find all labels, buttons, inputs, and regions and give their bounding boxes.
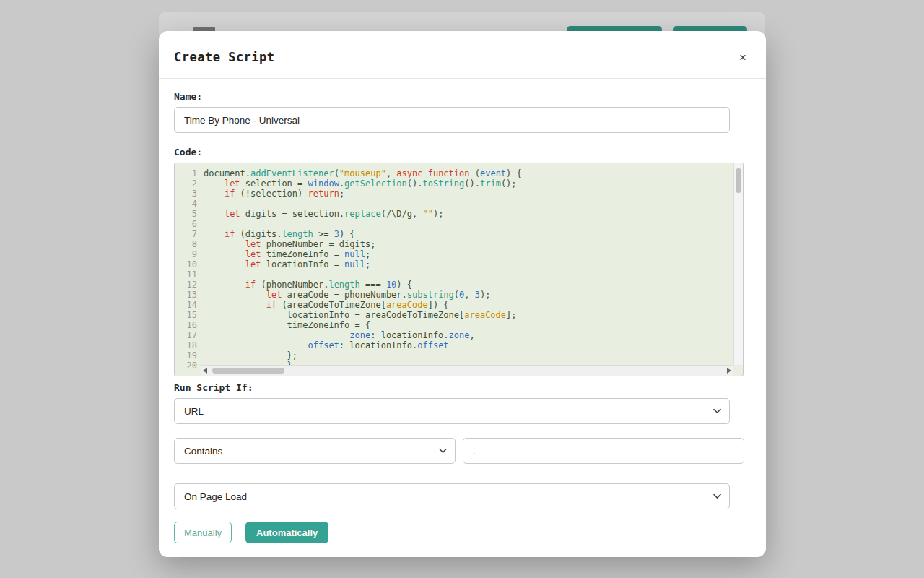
code-line: 4 xyxy=(175,199,743,209)
line-number: 12 xyxy=(175,280,204,290)
code-token: : locationInfo. xyxy=(370,330,448,340)
code-token: let xyxy=(245,249,261,259)
code-token: areaCode = phoneNumber. xyxy=(282,290,406,300)
code-token: ) { xyxy=(339,229,355,239)
code-text: if (!selection) return; xyxy=(204,189,344,199)
code-token: ); xyxy=(433,209,443,219)
code-token: (!selection) xyxy=(235,189,308,199)
code-token: window xyxy=(308,178,339,189)
modal-title: Create Script xyxy=(174,50,275,64)
code-text: let digits = selection.replace(/\D/g, ""… xyxy=(204,209,443,219)
code-token: 3 xyxy=(475,290,480,300)
code-token: , xyxy=(464,290,474,300)
code-token: zone xyxy=(349,330,370,340)
code-token: "" xyxy=(422,209,432,219)
code-editor[interactable]: 1document.addEventListener("mouseup", as… xyxy=(174,163,744,376)
condition-value-input[interactable] xyxy=(463,438,744,464)
modal-header: Create Script × xyxy=(159,31,766,79)
code-token xyxy=(204,189,225,199)
code-token xyxy=(204,229,225,239)
code-text: if (phoneNumber.length === 10) { xyxy=(204,280,412,290)
scroll-left-arrow-icon[interactable] xyxy=(203,368,207,374)
horizontal-scrollbar[interactable] xyxy=(201,365,733,376)
code-token xyxy=(204,239,245,249)
trigger-select[interactable]: On Page Load xyxy=(174,483,730,509)
condition-select[interactable]: Contains xyxy=(174,438,456,464)
name-input[interactable] xyxy=(174,107,730,133)
line-number: 5 xyxy=(175,209,204,219)
code-token: getSelection xyxy=(344,178,407,189)
code-token xyxy=(204,300,266,310)
code-line: 14 if (areaCodeToTimeZone[areaCode]) { xyxy=(175,300,743,310)
code-token xyxy=(204,209,225,219)
condition-row: Contains xyxy=(174,438,751,464)
vertical-scrollbar[interactable] xyxy=(733,163,743,365)
code-text: let timeZoneInfo = null; xyxy=(204,249,370,259)
code-token: ; xyxy=(339,189,344,199)
code-token: return xyxy=(308,189,339,199)
code-token: ]; xyxy=(506,310,516,320)
code-token: phoneNumber = digits; xyxy=(261,239,375,249)
url-target-select[interactable]: URL xyxy=(174,398,730,424)
code-token xyxy=(204,330,349,340)
code-token: ( xyxy=(334,168,339,178)
code-token xyxy=(204,340,308,350)
line-number: 11 xyxy=(175,269,204,280)
vertical-scrollbar-thumb[interactable] xyxy=(736,168,741,193)
scroll-right-arrow-icon[interactable] xyxy=(727,368,731,374)
code-token: areaCode xyxy=(386,300,428,310)
action-buttons: Manually Automatically xyxy=(174,522,751,543)
code-token: : locationInfo. xyxy=(339,340,417,350)
code-token: >= xyxy=(313,229,334,239)
code-token: ( xyxy=(454,290,459,300)
horizontal-scrollbar-thumb[interactable] xyxy=(212,368,284,374)
code-line: 1document.addEventListener("mouseup", as… xyxy=(175,168,743,178)
code-token: ( xyxy=(470,168,480,178)
code-token xyxy=(204,280,245,290)
line-number: 19 xyxy=(175,350,204,361)
code-token: let xyxy=(266,290,282,300)
code-label: Code: xyxy=(174,147,751,158)
code-token: (/\D/g, xyxy=(381,209,423,219)
chevron-down-icon xyxy=(713,494,721,499)
code-token: zone xyxy=(449,330,470,340)
code-line: 11 xyxy=(175,269,743,280)
chevron-down-icon xyxy=(713,409,721,414)
code-token: let xyxy=(225,209,240,219)
code-token: async function xyxy=(396,168,469,178)
code-line: 17 zone: locationInfo.zone, xyxy=(175,330,743,340)
code-token xyxy=(204,178,225,189)
code-text: if (digits.length >= 3) { xyxy=(204,229,355,239)
line-number: 6 xyxy=(175,219,204,229)
manually-button[interactable]: Manually xyxy=(174,522,232,543)
code-token: ]) { xyxy=(428,300,449,310)
line-number: 8 xyxy=(175,239,204,249)
close-button[interactable]: × xyxy=(736,50,750,65)
code-token: selection = xyxy=(240,178,308,189)
line-number: 13 xyxy=(175,290,204,300)
line-number: 17 xyxy=(175,330,204,340)
line-number: 1 xyxy=(175,168,204,178)
modal-body: Name: Code: 1document.addEventListener("… xyxy=(159,79,766,543)
code-token: === xyxy=(360,280,386,290)
code-text: }; xyxy=(204,350,297,361)
code-line: 12 if (phoneNumber.length === 10) { xyxy=(175,280,743,290)
code-line: 9 let timeZoneInfo = null; xyxy=(175,249,743,259)
code-token: let xyxy=(225,178,240,189)
code-text: document.addEventListener("mouseup", asy… xyxy=(204,168,522,178)
condition-select-value: Contains xyxy=(184,446,222,457)
code-token: locationInfo = xyxy=(261,259,344,269)
code-token xyxy=(204,249,245,259)
code-token: "mouseup" xyxy=(339,168,386,178)
code-token: substring xyxy=(407,290,454,300)
code-token: if xyxy=(266,300,276,310)
automatically-button[interactable]: Automatically xyxy=(245,522,328,543)
code-line: 18 offset: locationInfo.offset xyxy=(175,340,743,350)
code-token: locationInfo = areaCodeToTimeZone[ xyxy=(204,310,464,320)
line-number: 16 xyxy=(175,320,204,330)
line-number: 15 xyxy=(175,310,204,320)
code-token: ) { xyxy=(396,280,412,290)
code-token: null xyxy=(344,259,365,269)
trigger-select-value: On Page Load xyxy=(184,491,247,502)
code-lines: 1document.addEventListener("mouseup", as… xyxy=(175,163,743,371)
